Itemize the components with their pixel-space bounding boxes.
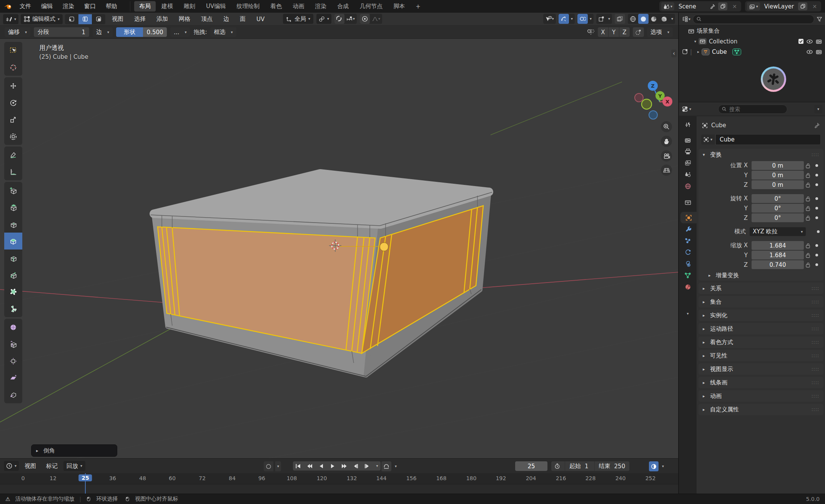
affect-dropdown[interactable]: 边 ▾ xyxy=(93,27,113,37)
object-id-dropdown[interactable]: ▾ xyxy=(701,135,715,145)
tab-material[interactable] xyxy=(679,281,697,293)
jump-to-start-button[interactable] xyxy=(293,461,303,471)
panel-custom-properties[interactable]: ▸自定义属性:::: xyxy=(699,404,823,415)
drag-handle-icon[interactable]: :::: xyxy=(812,299,819,304)
overlays-toggle[interactable] xyxy=(577,14,588,24)
scene-name[interactable]: Scene xyxy=(677,3,707,10)
xray-dropdown[interactable]: ▾ xyxy=(606,14,612,24)
tab-uv-editing[interactable]: UV编辑 xyxy=(201,1,231,12)
sidebar-toggle[interactable]: ‹ xyxy=(671,50,677,57)
step-options-dropdown[interactable]: ▾ xyxy=(374,461,381,471)
filter-icon[interactable] xyxy=(817,17,822,22)
outliner-search-input[interactable] xyxy=(704,16,810,23)
timeline-view-dropdown[interactable]: ▾ xyxy=(660,461,666,471)
follow-playhead-toggle[interactable] xyxy=(649,461,659,471)
camera-view-button[interactable] xyxy=(661,150,672,161)
drag-handle-icon[interactable]: :::: xyxy=(812,286,819,291)
lock-icon[interactable] xyxy=(804,182,812,188)
lock-icon[interactable] xyxy=(804,262,812,268)
outliner-row-cube[interactable]: | ▸ Cube xyxy=(679,47,825,57)
viewport-canvas[interactable]: 用户透视 (25) Cube | Cube xyxy=(0,39,678,458)
blender-logo-icon[interactable] xyxy=(4,3,12,10)
menu-window[interactable]: 窗口 xyxy=(79,1,101,12)
tab-particles[interactable] xyxy=(679,235,697,246)
menu-file[interactable]: 文件 xyxy=(15,1,36,12)
gizmos-dropdown[interactable]: ▾ xyxy=(569,14,575,24)
animate-dot[interactable] xyxy=(815,197,818,200)
tab-constraints[interactable] xyxy=(679,258,697,269)
prev-keyframe-button[interactable] xyxy=(304,461,314,471)
tab-layout[interactable]: 布局 xyxy=(134,1,156,12)
location-x-field[interactable]: 0 m xyxy=(752,161,804,170)
gizmo-neg-x-ball[interactable] xyxy=(635,93,643,102)
end-frame-field[interactable]: 结束 250 xyxy=(594,461,630,471)
snap-target-dropdown[interactable]: ▾ xyxy=(344,14,357,24)
play-reverse-button[interactable] xyxy=(316,461,326,471)
timeline-ruler-area[interactable]: 0 12 36 48 60 72 84 96 108 120 132 144 1… xyxy=(0,473,678,495)
disable-render-icon[interactable] xyxy=(815,48,822,55)
snap-base-icon[interactable] xyxy=(633,27,644,37)
drag-handle-icon[interactable]: :::: xyxy=(812,393,819,399)
tool-spin[interactable] xyxy=(4,300,22,317)
menu-edge[interactable]: 边 xyxy=(219,14,233,24)
auto-keying-dropdown[interactable]: ▾ xyxy=(275,461,281,471)
checkbox-icon[interactable] xyxy=(798,38,804,44)
animate-dot[interactable] xyxy=(815,244,818,247)
tab-scripting[interactable]: 脚本 xyxy=(388,1,410,12)
bevel-offset-type-dropdown[interactable]: 偏移 ▾ xyxy=(5,27,30,37)
gizmos-toggle[interactable] xyxy=(559,14,569,24)
location-z-field[interactable]: 0 m xyxy=(752,180,804,189)
editor-type-button[interactable]: ▾ xyxy=(3,14,18,24)
tool-shrink-fatten[interactable] xyxy=(4,353,22,370)
menu-select[interactable]: 选择 xyxy=(130,14,150,24)
timeline-editor-type-button[interactable]: ▾ xyxy=(4,461,19,471)
tool-annotate[interactable] xyxy=(4,146,22,164)
tab-object[interactable] xyxy=(680,212,697,223)
lock-icon[interactable] xyxy=(804,253,812,258)
tab-object-data[interactable] xyxy=(679,269,697,281)
tool-box-select[interactable] xyxy=(4,42,22,59)
gizmo-neg-y-ball[interactable] xyxy=(642,99,652,109)
rendered-shading-button[interactable] xyxy=(659,14,669,24)
tab-tool[interactable] xyxy=(679,119,697,130)
animate-dot[interactable] xyxy=(815,216,818,219)
menu-uv[interactable]: UV xyxy=(252,14,269,24)
timeline-menu-marker[interactable]: 标记 xyxy=(42,461,62,471)
mirror-y-button[interactable]: Y xyxy=(609,27,619,37)
menu-render[interactable]: 渲染 xyxy=(58,1,79,12)
vertex-select-button[interactable] xyxy=(65,14,78,24)
panel-shading[interactable]: ▸着色方式:::: xyxy=(699,336,823,348)
lock-icon[interactable] xyxy=(804,163,812,168)
toggle-xray-button[interactable] xyxy=(615,14,625,24)
gizmo-z-ball[interactable]: Z xyxy=(648,81,658,91)
xray-gizmo-placeholder[interactable] xyxy=(596,14,606,24)
tool-bevel[interactable] xyxy=(4,233,22,250)
tab-physics[interactable] xyxy=(679,246,697,258)
current-frame-badge[interactable]: 25 xyxy=(78,474,92,481)
tool-options-dropdown[interactable]: 选项 ▾ xyxy=(647,27,673,37)
breadcrumb-object-name[interactable]: Cube xyxy=(711,122,726,129)
disable-render-icon[interactable] xyxy=(815,38,822,45)
tool-loop-cut[interactable] xyxy=(4,250,22,267)
tab-render[interactable] xyxy=(679,134,697,146)
outliner-row-scene-collection[interactable]: 场景集合 xyxy=(679,26,825,36)
timeline-menu-view[interactable]: 视图 xyxy=(20,461,40,471)
drag-handle-icon[interactable]: :::: xyxy=(812,313,819,318)
lock-icon[interactable] xyxy=(804,173,812,178)
mode-dropdown[interactable]: 编辑模式 ▾ xyxy=(21,14,63,24)
lock-icon[interactable] xyxy=(804,215,812,221)
tool-cursor[interactable] xyxy=(4,59,22,76)
tab-scene[interactable] xyxy=(679,169,697,180)
drag-handle-icon[interactable]: :::: xyxy=(812,366,819,372)
tab-world[interactable] xyxy=(679,180,697,192)
segments-field[interactable]: 分段 1 xyxy=(34,27,89,37)
edge-select-button[interactable] xyxy=(78,14,92,24)
drag-handle-icon[interactable]: :::: xyxy=(812,326,819,331)
drag-handle-icon[interactable]: :::: xyxy=(812,353,819,358)
face-select-button[interactable] xyxy=(92,14,105,24)
proportional-falloff-dropdown[interactable]: ▾ xyxy=(370,14,382,24)
panel-relations[interactable]: ▸关系:::: xyxy=(699,283,823,294)
animate-dot[interactable] xyxy=(815,207,818,210)
zoom-button[interactable] xyxy=(661,121,672,132)
solid-shading-button[interactable] xyxy=(638,14,649,24)
